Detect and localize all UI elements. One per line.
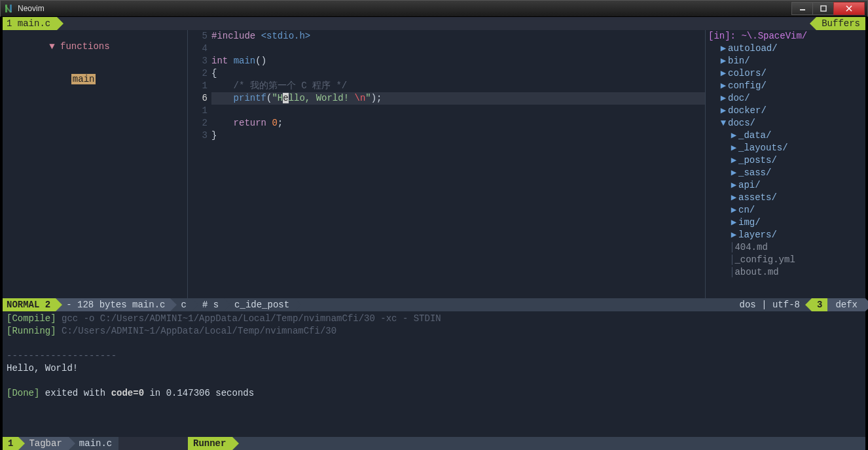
chevron-right-icon[interactable]: ▶ <box>719 92 728 105</box>
gutter: 5 4 3 2 1 6 1 2 3 <box>188 30 211 142</box>
chevron-right-icon[interactable]: ▶ <box>729 229 738 241</box>
tree-item-label: assets/ <box>738 192 777 204</box>
tagbar-item-main[interactable]: main <box>71 74 96 84</box>
tree-dir-item[interactable]: ▼ docs/ <box>706 117 865 130</box>
tree-item-label: _layouts/ <box>738 142 788 154</box>
tree-file-item[interactable]: │ 404.md <box>706 241 865 254</box>
tree-dir-item[interactable]: ▶ img/ <box>706 216 865 229</box>
tree-item-label: _sass/ <box>738 167 771 179</box>
tree-item-label: _posts/ <box>738 154 777 167</box>
svg-rect-1 <box>821 6 826 11</box>
tree-file-item[interactable]: │ about.md <box>706 266 865 279</box>
window-title: Neovim <box>18 4 792 13</box>
tree-dir-item[interactable]: ▶ colors/ <box>706 67 865 80</box>
tree-dir-item[interactable]: ▶ layers/ <box>706 229 865 241</box>
minimize-button[interactable] <box>791 2 813 15</box>
tagbar-fold-icon[interactable]: ▼ <box>49 41 60 52</box>
tree-item-label: autoload/ <box>728 43 778 55</box>
chevron-right-icon[interactable]: ▶ <box>729 204 738 216</box>
buffers-label[interactable]: Buffers <box>816 17 865 30</box>
tree-item-label: cn/ <box>738 204 755 216</box>
tagbar-win-num: 1 <box>3 437 18 450</box>
tree-dir-item[interactable]: ▶ api/ <box>706 179 865 192</box>
file-info: - 128 bytes main.c <box>56 298 170 311</box>
chevron-right-icon[interactable]: ▶ <box>729 142 738 154</box>
tree-dir-item[interactable]: ▶ assets/ <box>706 192 865 204</box>
tree-item-label: doc/ <box>728 92 750 105</box>
tree-item-label: _data/ <box>738 130 771 142</box>
tagbar-panel[interactable]: ▼ functions main <box>3 30 188 298</box>
tree-item-label: 404.md <box>734 241 767 254</box>
chevron-right-icon[interactable]: ▶ <box>729 167 738 179</box>
running-label: [Running] <box>7 326 56 336</box>
tree-item-label: _config.yml <box>734 254 795 266</box>
right-panel-label: defx <box>827 298 865 311</box>
chevron-right-icon[interactable]: ▶ <box>729 179 738 192</box>
tree-vline-icon: │ <box>729 241 734 254</box>
tree-item-label: bin/ <box>728 55 750 67</box>
tree-dir-item[interactable]: ▶ _posts/ <box>706 154 865 167</box>
compile-cmd: gcc -o C:/Users/ADMINI~1/AppData/Local/T… <box>62 313 441 324</box>
tree-dir-item[interactable]: ▶ bin/ <box>706 55 865 67</box>
tree-item-label: config/ <box>728 80 767 92</box>
tree-dir-item[interactable]: ▶ cn/ <box>706 204 865 216</box>
file-tree[interactable]: [in]: ~\.SpaceVim/ ▶ autoload/▶ bin/▶ co… <box>705 30 865 298</box>
main-area: ▼ functions main 5 4 3 2 1 6 1 2 3 <box>3 30 865 298</box>
chevron-right-icon[interactable]: ▶ <box>729 192 738 204</box>
tree-item-label: docs/ <box>728 117 755 130</box>
chevron-right-icon[interactable]: ▶ <box>719 80 728 92</box>
current-line: printf("Hello, World! \n"); <box>211 92 705 105</box>
window-buttons <box>792 2 865 15</box>
tree-item-label: about.md <box>734 266 778 279</box>
tagbar-status-label: Tagbar <box>18 437 68 450</box>
runner-output: Hello, World! <box>7 362 861 375</box>
tree-dir-item[interactable]: ▶ _data/ <box>706 130 865 142</box>
runner-divider: -------------------- <box>7 350 861 362</box>
maximize-button[interactable] <box>812 2 834 15</box>
tree-item-label: docker/ <box>728 105 767 117</box>
chevron-right-icon[interactable]: ▶ <box>719 55 728 67</box>
runner-status-label: Runner <box>188 437 232 450</box>
chevron-right-icon[interactable]: ▶ <box>729 154 738 167</box>
tree-item-label: colors/ <box>728 67 767 80</box>
encoding-seg: dos | utf-8 <box>734 298 805 311</box>
tree-item-label: img/ <box>738 216 761 229</box>
tabline: 1 main.c Buffers <box>3 17 865 30</box>
chevron-down-icon[interactable]: ▼ <box>719 117 728 130</box>
runner-panel[interactable]: [Compile] gcc -o C:/Users/ADMINI~1/AppDa… <box>3 311 865 437</box>
tab-number: 1 <box>7 18 12 29</box>
right-win-num: 3 <box>812 298 827 311</box>
editor-statusline: NORMAL 2 - 128 bytes main.c c # s c_ide_… <box>3 298 865 311</box>
tree-vline-icon: │ <box>729 266 734 279</box>
chevron-right-icon[interactable]: ▶ <box>729 130 738 142</box>
done-label: [Done] <box>7 388 39 398</box>
code-area[interactable]: #include <stdio.h> int main() { /* 我的第一个… <box>211 30 705 142</box>
running-cmd: C:/Users/ADMINI~1/AppData/Local/Temp/nvi… <box>62 326 336 336</box>
close-button[interactable] <box>833 2 865 15</box>
text-cursor: e <box>283 93 288 103</box>
window-titlebar: Neovim <box>0 0 868 17</box>
compile-label: [Compile] <box>7 313 56 324</box>
tagbar-heading: functions <box>60 41 110 52</box>
editor-frame: 1 main.c Buffers ▼ functions main 5 <box>0 17 868 450</box>
tree-dir-item[interactable]: ▶ config/ <box>706 80 865 92</box>
tree-dir-item[interactable]: ▶ _sass/ <box>706 167 865 179</box>
tag-seg: c_ide_post <box>224 298 295 311</box>
tree-file-item[interactable]: │ _config.yml <box>706 254 865 266</box>
tree-dir-item[interactable]: ▶ doc/ <box>706 92 865 105</box>
tree-dir-item[interactable]: ▶ autoload/ <box>706 43 865 55</box>
tab-filename: main.c <box>18 18 50 29</box>
tab-main-c[interactable]: 1 main.c <box>3 17 57 30</box>
tree-dir-item[interactable]: ▶ _layouts/ <box>706 142 865 154</box>
tagbar-status-file: main.c <box>69 437 118 450</box>
neovim-icon <box>3 3 14 14</box>
tree-header: [in]: ~\.SpaceVim/ <box>706 30 865 43</box>
chevron-right-icon[interactable]: ▶ <box>729 216 738 229</box>
chevron-right-icon[interactable]: ▶ <box>719 67 728 80</box>
chevron-right-icon[interactable]: ▶ <box>719 43 728 55</box>
tree-dir-item[interactable]: ▶ docker/ <box>706 105 865 117</box>
tree-item-label: layers/ <box>738 229 777 241</box>
chevron-right-icon[interactable]: ▶ <box>719 105 728 117</box>
code-editor[interactable]: 5 4 3 2 1 6 1 2 3 #include <stdio.h> int… <box>188 30 705 298</box>
mode-indicator: NORMAL 2 <box>3 298 56 311</box>
